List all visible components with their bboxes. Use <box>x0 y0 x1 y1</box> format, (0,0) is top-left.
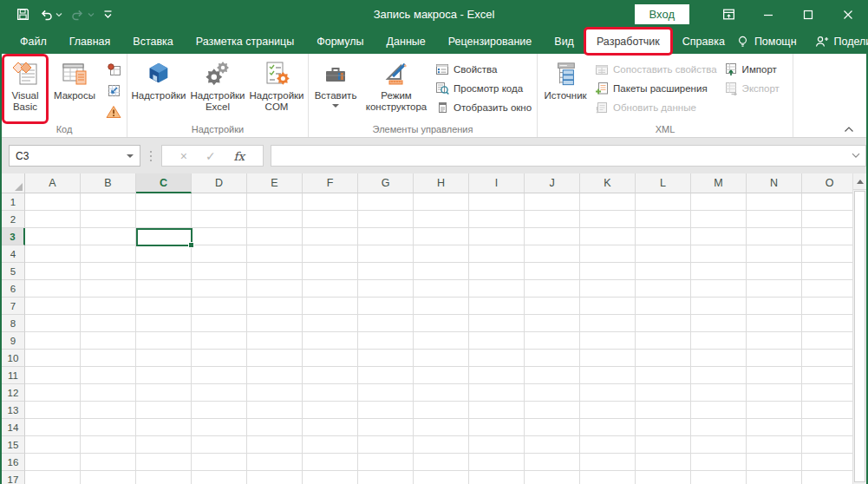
row-header-1[interactable]: 1 <box>2 193 25 211</box>
import-icon <box>724 62 738 76</box>
enter-button[interactable]: ✓ <box>206 150 216 162</box>
column-header-i[interactable]: I <box>469 173 525 193</box>
cell-grid[interactable] <box>25 193 852 484</box>
row-header-5[interactable]: 5 <box>2 263 25 280</box>
tell-me-button[interactable]: Помощн <box>736 35 797 49</box>
controls-small-stack: Свойства Просмотр кода Отобразить окно <box>432 56 535 122</box>
design-mode-button[interactable]: Режим конструктора <box>361 56 432 122</box>
scrollbar-thumb[interactable] <box>854 191 865 482</box>
record-macro-button[interactable] <box>102 60 125 80</box>
com-addins-button[interactable]: Надстройки COM <box>247 56 306 122</box>
row-header-7[interactable]: 7 <box>2 298 25 315</box>
source-button[interactable]: Источник <box>539 56 591 122</box>
tab-вставка[interactable]: Вставка <box>121 29 184 54</box>
ribbon: Visual Basic Макросы <box>2 54 866 137</box>
worksheet: ABCDEFGHIJKLMNO 123456789101112131415161… <box>2 173 866 484</box>
row-header-16[interactable]: 16 <box>2 454 25 471</box>
select-all-button[interactable] <box>2 173 25 193</box>
close-button[interactable] <box>828 0 868 29</box>
column-header-f[interactable]: F <box>303 173 358 193</box>
column-header-m[interactable]: M <box>691 173 747 193</box>
row-header-3[interactable]: 3 <box>2 228 25 245</box>
row-header-15[interactable]: 15 <box>2 436 25 454</box>
column-header-h[interactable]: H <box>414 173 469 193</box>
row-header-9[interactable]: 9 <box>2 332 25 350</box>
tab-справка[interactable]: Справка <box>671 29 736 54</box>
show-dialog-button[interactable]: Отобразить окно <box>432 98 535 116</box>
sign-in-button[interactable]: Вход <box>635 4 689 24</box>
minimize-button[interactable] <box>748 0 788 29</box>
insert-control-button[interactable]: Вставить <box>310 56 361 122</box>
close-icon <box>842 9 854 21</box>
column-header-row: ABCDEFGHIJKLMNO <box>2 173 866 193</box>
refresh-data-button[interactable]: Обновить данные <box>591 98 721 116</box>
row-header-13[interactable]: 13 <box>2 402 25 419</box>
column-header-d[interactable]: D <box>192 173 247 193</box>
column-header-o[interactable]: O <box>802 173 852 193</box>
tab-формулы[interactable]: Формулы <box>305 29 375 54</box>
row-header-17[interactable]: 17 <box>2 471 25 484</box>
row-header-8[interactable]: 8 <box>2 315 25 332</box>
macros-button[interactable]: Макросы <box>47 56 102 122</box>
import-button[interactable]: Импорт <box>721 60 783 78</box>
column-header-a[interactable]: A <box>25 173 81 193</box>
export-button[interactable]: Экспорт <box>721 79 783 97</box>
maximize-button[interactable] <box>788 0 828 29</box>
column-header-k[interactable]: K <box>580 173 636 193</box>
lightbulb-icon <box>736 35 749 49</box>
view-code-button[interactable]: Просмотр кода <box>432 79 535 97</box>
properties-icon <box>435 62 449 76</box>
formula-bar-resize-handle[interactable] <box>149 151 153 161</box>
share-button[interactable]: Поделиться <box>814 35 868 49</box>
scroll-up-button[interactable] <box>853 173 866 190</box>
redo-button[interactable] <box>70 8 95 22</box>
properties-label: Свойства <box>454 64 498 75</box>
name-box-dropdown[interactable] <box>121 146 140 166</box>
customize-qat-button[interactable] <box>102 10 114 19</box>
relative-references-button[interactable] <box>102 81 125 101</box>
group-kod: Visual Basic Макросы <box>2 54 127 137</box>
formula-input[interactable] <box>271 145 866 167</box>
selected-cell-c3[interactable] <box>136 228 193 246</box>
tab-файл[interactable]: Файл <box>9 29 58 54</box>
tab-рецензирование[interactable]: Рецензирование <box>437 29 544 54</box>
row-header-12[interactable]: 12 <box>2 384 25 402</box>
column-header-l[interactable]: L <box>636 173 691 193</box>
tab-данные[interactable]: Данные <box>375 29 437 54</box>
save-button[interactable] <box>16 7 30 22</box>
expand-formula-bar-button[interactable] <box>852 153 860 159</box>
macro-security-button[interactable] <box>102 101 125 121</box>
com-addins-icon <box>263 57 290 90</box>
name-box[interactable]: C3 <box>9 145 140 167</box>
row-header-2[interactable]: 2 <box>2 211 25 228</box>
tab-разработчик[interactable]: Разработчик <box>585 29 671 54</box>
properties-button[interactable]: Свойства <box>432 60 535 78</box>
tab-вид[interactable]: Вид <box>543 29 585 54</box>
expansion-packs-button[interactable]: Пакеты расширения <box>591 79 721 97</box>
vertical-scrollbar[interactable] <box>852 173 866 484</box>
column-header-n[interactable]: N <box>747 173 802 193</box>
view-code-label: Просмотр кода <box>454 83 523 94</box>
visual-basic-button[interactable]: Visual Basic <box>3 56 47 122</box>
column-header-j[interactable]: J <box>525 173 580 193</box>
tab-разметка-страницы[interactable]: Разметка страницы <box>185 29 305 54</box>
cancel-button[interactable]: × <box>180 150 187 162</box>
column-header-g[interactable]: G <box>358 173 414 193</box>
excel-addins-button[interactable]: Надстройки Excel <box>188 56 247 122</box>
addins-button[interactable]: Надстройки <box>129 56 188 122</box>
column-header-c[interactable]: C <box>136 173 192 193</box>
column-header-e[interactable]: E <box>247 173 303 193</box>
row-header-10[interactable]: 10 <box>2 350 25 367</box>
tab-главная[interactable]: Главная <box>58 29 122 54</box>
collapse-ribbon-button[interactable] <box>840 122 858 135</box>
row-header-14[interactable]: 14 <box>2 419 25 436</box>
undo-button[interactable] <box>38 8 62 22</box>
ribbon-display-options-button[interactable] <box>708 0 748 29</box>
column-header-b[interactable]: B <box>81 173 136 193</box>
triangle-up-icon <box>857 180 864 184</box>
row-header-11[interactable]: 11 <box>2 367 25 384</box>
row-header-4[interactable]: 4 <box>2 245 25 263</box>
row-header-6[interactable]: 6 <box>2 280 25 298</box>
insert-function-button[interactable]: fx <box>234 149 245 163</box>
map-properties-button[interactable]: Сопоставить свойства <box>591 60 721 78</box>
